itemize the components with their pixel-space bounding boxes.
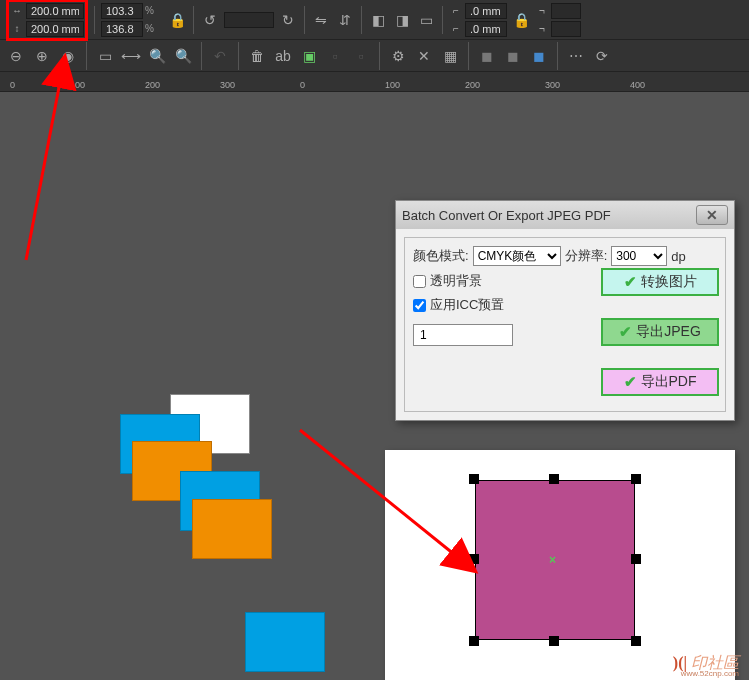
convert-image-button[interactable]: ✔ 转换图片: [601, 268, 719, 296]
rotation-field[interactable]: [224, 12, 274, 28]
separator: [193, 6, 194, 34]
button-label: 导出PDF: [641, 373, 697, 391]
new-icon[interactable]: ▣: [299, 46, 319, 66]
selection-handle[interactable]: [631, 474, 641, 484]
selection-handle[interactable]: [469, 636, 479, 646]
close-icon[interactable]: ✕: [414, 46, 434, 66]
dpi-label: 分辨率:: [565, 247, 608, 265]
corner-field[interactable]: [551, 21, 581, 37]
scale-y-field[interactable]: [101, 21, 143, 37]
corner-top-field[interactable]: [465, 3, 507, 19]
transparent-bg-checkbox[interactable]: [413, 275, 426, 288]
corner-icon: ¬: [535, 5, 549, 17]
size-fields-highlight: ↔ ↕: [6, 0, 88, 41]
flip-v-icon[interactable]: ⇵: [335, 10, 355, 30]
ruler-tick: 400: [630, 80, 645, 90]
tools-toolbar: ⊖ ⊕ ◉ ▭ ⟷ 🔍 🔍 ↶ 🗑 ab ▣ ▫ ▫ ⚙ ✕ ▦ ◼ ◼ ◼ ⋯…: [0, 40, 749, 72]
selection-handle[interactable]: [549, 474, 559, 484]
corner-icon: ¬: [535, 23, 549, 35]
swatch-icon[interactable]: ◼: [529, 46, 549, 66]
selection-handle[interactable]: [469, 474, 479, 484]
width-field[interactable]: [26, 3, 84, 19]
horizontal-ruler: 0 100 200 300 0 100 200 300 400: [0, 72, 749, 92]
swatch-icon[interactable]: ◼: [477, 46, 497, 66]
undo-icon[interactable]: ↶: [210, 46, 230, 66]
corner-bottom-field[interactable]: [465, 21, 507, 37]
dialog-title-text: Batch Convert Or Export JPEG PDF: [402, 208, 611, 223]
search-icon[interactable]: 🔍: [147, 46, 167, 66]
text-icon[interactable]: ab: [273, 46, 293, 66]
center-marker: ×: [549, 553, 556, 567]
height-icon: ↕: [10, 23, 24, 35]
misc-icon[interactable]: ▫: [351, 46, 371, 66]
icc-checkbox[interactable]: [413, 299, 426, 312]
selection-handle[interactable]: [631, 636, 641, 646]
page-icon[interactable]: ▭: [95, 46, 115, 66]
more-icon[interactable]: ⋯: [566, 46, 586, 66]
flip-h-icon[interactable]: ⇋: [311, 10, 331, 30]
layers-icon[interactable]: ▫: [325, 46, 345, 66]
button-label: 转换图片: [641, 273, 697, 291]
selection-handle[interactable]: [549, 636, 559, 646]
separator: [86, 42, 87, 70]
rotate-left-icon[interactable]: ↺: [200, 10, 220, 30]
separator: [238, 42, 239, 70]
grid-icon[interactable]: ▦: [440, 46, 460, 66]
corner-icon: ⌐: [449, 5, 463, 17]
dialog-titlebar[interactable]: Batch Convert Or Export JPEG PDF ✕: [396, 201, 734, 229]
ruler-tick: 100: [385, 80, 400, 90]
dpi-unit: dp: [671, 249, 685, 264]
icc-label: 应用ICC预置: [430, 296, 504, 314]
button-label: 导出JPEG: [636, 323, 701, 341]
swatch-icon[interactable]: ◼: [503, 46, 523, 66]
trash-icon[interactable]: 🗑: [247, 46, 267, 66]
separator: [304, 6, 305, 34]
width-icon: ↔: [10, 5, 24, 17]
color-mode-label: 颜色模式:: [413, 247, 469, 265]
number-input[interactable]: [413, 324, 513, 346]
separator: [468, 42, 469, 70]
ruler-tick: 200: [465, 80, 480, 90]
check-icon: ✔: [624, 273, 637, 291]
transparent-bg-label: 透明背景: [430, 272, 482, 290]
scale-x-field[interactable]: [101, 3, 143, 19]
refresh-icon[interactable]: ⟳: [592, 46, 612, 66]
zoom-in-icon[interactable]: ⊕: [32, 46, 52, 66]
ruler-tick: 300: [220, 80, 235, 90]
percent-label: %: [145, 23, 163, 34]
ruler-tick: 0: [10, 80, 15, 90]
separator: [361, 6, 362, 34]
check-icon: ✔: [624, 373, 637, 391]
height-field[interactable]: [26, 21, 84, 37]
separator: [201, 42, 202, 70]
search-icon[interactable]: 🔍: [173, 46, 193, 66]
export-dialog: Batch Convert Or Export JPEG PDF ✕ 颜色模式:…: [395, 200, 735, 421]
color-mode-select[interactable]: CMYK颜色: [473, 246, 561, 266]
artboard[interactable]: ×: [385, 450, 735, 680]
zoom-out-icon[interactable]: ⊖: [6, 46, 26, 66]
selection-handle[interactable]: [469, 554, 479, 564]
ruler-tick: 0: [300, 80, 305, 90]
align-icon[interactable]: ▭: [416, 10, 436, 30]
percent-label: %: [145, 5, 163, 16]
align-icon[interactable]: ◧: [368, 10, 388, 30]
separator: [94, 6, 95, 34]
export-jpeg-button[interactable]: ✔ 导出JPEG: [601, 318, 719, 346]
dpi-select[interactable]: 300: [611, 246, 667, 266]
lock-ratio-icon[interactable]: 🔒: [167, 10, 187, 30]
ruler-tick: 200: [145, 80, 160, 90]
export-pdf-button[interactable]: ✔ 导出PDF: [601, 368, 719, 396]
zoom-fit-icon[interactable]: ◉: [58, 46, 78, 66]
gear-icon[interactable]: ⚙: [388, 46, 408, 66]
separator: [442, 6, 443, 34]
corner-field[interactable]: [551, 3, 581, 19]
lock-corner-icon[interactable]: 🔒: [511, 10, 531, 30]
selection-handle[interactable]: [631, 554, 641, 564]
dialog-close-button[interactable]: ✕: [696, 205, 728, 225]
blue-rect[interactable]: [245, 612, 325, 672]
ruler-icon[interactable]: ⟷: [121, 46, 141, 66]
align-icon[interactable]: ◨: [392, 10, 412, 30]
watermark-url: www.52cnp.com: [681, 669, 739, 678]
orange-rect[interactable]: [192, 499, 272, 559]
rotate-right-icon[interactable]: ↻: [278, 10, 298, 30]
